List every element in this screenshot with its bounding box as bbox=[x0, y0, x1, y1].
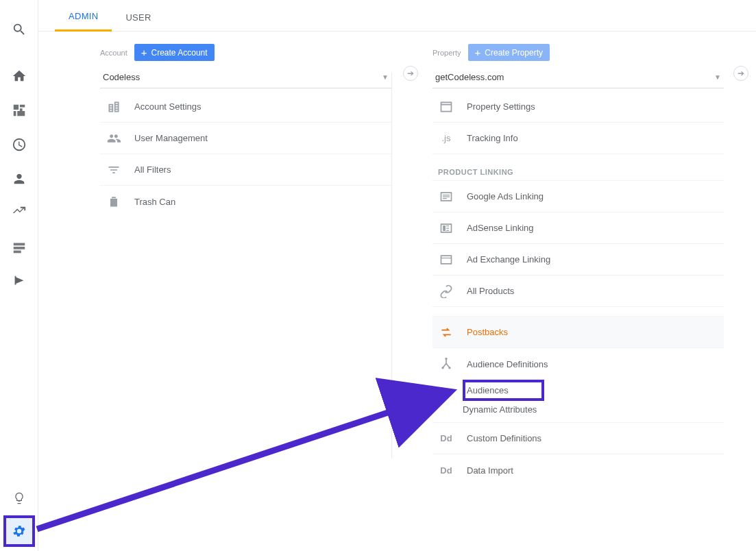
account-settings-label: Account Settings bbox=[134, 101, 202, 112]
left-sidebar bbox=[0, 0, 38, 551]
tab-user[interactable]: USER bbox=[112, 3, 164, 31]
collapse-property-arrow[interactable]: ➔ bbox=[733, 66, 748, 81]
create-account-label: Create Account bbox=[151, 48, 208, 58]
caret-down-icon: ▼ bbox=[714, 73, 721, 81]
user-management-label: User Management bbox=[134, 133, 208, 143]
adsense-linking-link[interactable]: AdSense Linking bbox=[432, 212, 724, 244]
all-filters-label: All Filters bbox=[134, 164, 171, 175]
customization-icon[interactable] bbox=[0, 93, 38, 127]
trash-can-link[interactable]: Trash Can bbox=[100, 186, 391, 217]
account-selector-value: Codeless bbox=[103, 72, 140, 82]
svg-point-2 bbox=[448, 367, 450, 369]
column-divider bbox=[391, 73, 392, 458]
create-property-button[interactable]: + Create Property bbox=[468, 44, 550, 61]
all-filters-link[interactable]: All Filters bbox=[100, 154, 391, 186]
adexchange-icon bbox=[438, 253, 454, 267]
dynamic-attributes-link[interactable]: Dynamic Attributes bbox=[463, 401, 724, 418]
dd-icon: Dd bbox=[438, 465, 454, 476]
custom-definitions-label: Custom Definitions bbox=[467, 433, 541, 443]
data-import-label: Data Import bbox=[467, 465, 513, 476]
collapse-account-arrow[interactable]: ➔ bbox=[403, 66, 418, 81]
postback-icon bbox=[438, 326, 454, 339]
people-icon bbox=[106, 132, 122, 145]
plus-icon: + bbox=[475, 47, 481, 58]
audience-definitions-label: Audience Definitions bbox=[467, 359, 548, 369]
admin-gear-icon[interactable] bbox=[3, 515, 35, 547]
all-products-label: All Products bbox=[467, 286, 514, 296]
property-selector[interactable]: getCodeless.com ▼ bbox=[432, 68, 724, 88]
audience-icon[interactable] bbox=[0, 162, 38, 196]
plus-icon: + bbox=[141, 47, 147, 58]
tab-admin[interactable]: ADMIN bbox=[55, 1, 112, 32]
svg-point-0 bbox=[445, 358, 447, 360]
dd-icon: Dd bbox=[438, 433, 454, 443]
account-column: Account + Create Account Codeless ▼ ➔ Ac… bbox=[100, 44, 391, 486]
postbacks-label: Postbacks bbox=[467, 327, 508, 337]
trash-icon bbox=[106, 195, 122, 208]
account-label: Account bbox=[100, 49, 127, 57]
audience-icon bbox=[438, 357, 454, 371]
adsense-icon bbox=[438, 221, 454, 235]
adexchange-linking-link[interactable]: Ad Exchange Linking bbox=[432, 244, 724, 276]
data-import-link[interactable]: Dd Data Import bbox=[432, 454, 724, 486]
building-icon bbox=[106, 100, 122, 114]
link-icon bbox=[438, 284, 454, 298]
audience-definitions-link[interactable]: Audience Definitions bbox=[432, 348, 724, 380]
panel-icon bbox=[438, 100, 454, 114]
tracking-info-link[interactable]: .js Tracking Info bbox=[432, 123, 724, 154]
audiences-link[interactable]: Audiences bbox=[463, 380, 544, 401]
js-icon: .js bbox=[438, 133, 454, 143]
search-icon[interactable] bbox=[0, 12, 38, 47]
adexchange-linking-label: Ad Exchange Linking bbox=[467, 254, 550, 265]
property-column: Property + Create Property getCodeless.c… bbox=[432, 44, 724, 486]
view-tabs: ADMIN USER bbox=[38, 0, 756, 32]
tracking-info-label: Tracking Info bbox=[467, 133, 518, 143]
behavior-icon[interactable] bbox=[0, 230, 38, 265]
main-content: ADMIN USER Account + Create Account Code… bbox=[38, 0, 756, 551]
home-icon[interactable] bbox=[0, 59, 38, 93]
discover-icon[interactable] bbox=[0, 481, 38, 515]
account-settings-link[interactable]: Account Settings bbox=[100, 91, 391, 123]
google-ads-linking-link[interactable]: Google Ads Linking bbox=[432, 181, 724, 212]
ads-icon bbox=[438, 190, 454, 204]
realtime-icon[interactable] bbox=[0, 127, 38, 162]
custom-definitions-link[interactable]: Dd Custom Definitions bbox=[432, 423, 724, 454]
all-products-link[interactable]: All Products bbox=[432, 276, 724, 307]
create-account-button[interactable]: + Create Account bbox=[134, 44, 215, 61]
user-management-link[interactable]: User Management bbox=[100, 123, 391, 154]
property-label: Property bbox=[432, 49, 461, 57]
property-settings-label: Property Settings bbox=[467, 101, 535, 112]
account-selector[interactable]: Codeless ▼ bbox=[100, 68, 391, 88]
filter-icon bbox=[106, 163, 122, 177]
adsense-linking-label: AdSense Linking bbox=[467, 223, 534, 233]
property-selector-value: getCodeless.com bbox=[435, 72, 504, 82]
postbacks-link[interactable]: Postbacks bbox=[432, 317, 724, 348]
svg-point-1 bbox=[441, 367, 443, 369]
property-settings-link[interactable]: Property Settings bbox=[432, 91, 724, 123]
create-property-label: Create Property bbox=[485, 48, 543, 58]
trash-can-label: Trash Can bbox=[134, 197, 175, 207]
conversions-icon[interactable] bbox=[0, 265, 38, 299]
product-linking-header: PRODUCT LINKING bbox=[432, 154, 724, 181]
caret-down-icon: ▼ bbox=[382, 73, 389, 81]
acquisition-icon[interactable] bbox=[0, 196, 38, 230]
google-ads-linking-label: Google Ads Linking bbox=[467, 191, 544, 201]
